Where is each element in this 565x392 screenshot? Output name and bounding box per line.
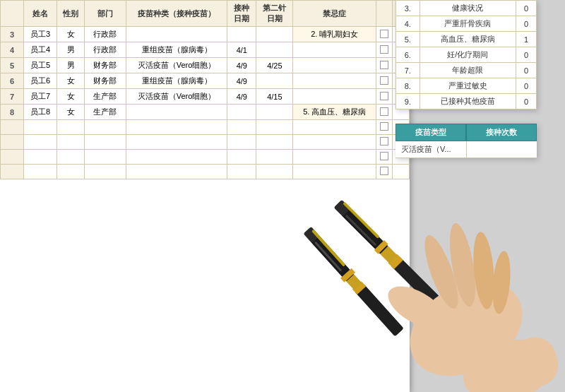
checkbox-icon[interactable]	[380, 152, 388, 160]
conditions-panel: 3. 健康状况 0 4. 严重肝骨疾病 0 5. 高血压、糖尿病 1 6. 妊/…	[396, 0, 537, 109]
cell-empty	[126, 120, 227, 135]
cell-contra	[293, 73, 376, 89]
condition-row: 6. 妊/化疗期间 0	[396, 47, 537, 63]
table-row: 6 员工6 女 财务部 重组疫苗（腺病毒） 4/9	[1, 73, 410, 89]
table-row-empty	[1, 165, 410, 179]
checkbox-icon[interactable]	[380, 122, 388, 131]
row-num-8: 8	[1, 105, 24, 120]
condition-num: 4.	[396, 16, 420, 32]
col-header-gender: 性别	[57, 1, 85, 27]
svg-rect-16	[468, 333, 563, 392]
vaccine-type-header: 疫苗类型	[396, 124, 466, 141]
cell-name: 员工3	[23, 27, 56, 42]
cell-empty	[23, 135, 56, 150]
cell-empty	[57, 135, 85, 150]
condition-name: 高血压、糖尿病	[420, 32, 516, 47]
cell-contra	[293, 89, 376, 105]
spreadsheet-container: 姓名 性别 部门 疫苗种类（接种疫苗） 接种日期 第二针日期 禁忌症 3 员工3…	[0, 0, 410, 392]
cell-date2	[256, 42, 293, 58]
condition-row: 4. 严重肝骨疾病 0	[396, 16, 537, 32]
cell-empty	[227, 120, 256, 135]
row-num-empty	[1, 135, 24, 150]
checkbox-icon[interactable]	[380, 137, 388, 145]
condition-row: 9. 已接种其他疫苗 0	[396, 94, 537, 109]
cell-check[interactable]	[376, 105, 393, 120]
cell-date2: 4/15	[256, 89, 293, 105]
cell-date2	[256, 105, 293, 120]
cell-empty	[23, 120, 56, 135]
cell-check[interactable]	[376, 58, 393, 73]
cell-name: 员工4	[23, 42, 56, 58]
row-num-3: 3	[1, 27, 24, 42]
vaccination-count-header: 接种次数	[466, 124, 537, 141]
cell-empty	[23, 165, 56, 179]
condition-count: 0	[516, 63, 537, 78]
vaccine-summary-header: 疫苗类型 接种次数	[396, 124, 537, 141]
conditions-table: 3. 健康状况 0 4. 严重肝骨疾病 0 5. 高血压、糖尿病 1 6. 妊/…	[396, 0, 537, 109]
checkbox-icon[interactable]	[380, 76, 388, 85]
condition-row: 8. 严重过敏史 0	[396, 78, 537, 94]
condition-name: 严重肝骨疾病	[420, 16, 516, 32]
cell-name: 员工7	[23, 89, 56, 105]
cell-empty	[293, 165, 376, 179]
checkbox-icon[interactable]	[380, 107, 388, 116]
row-num-6: 6	[1, 73, 24, 89]
condition-count: 0	[516, 1, 537, 16]
condition-count: 1	[516, 32, 537, 47]
cell-empty	[256, 135, 293, 150]
cell-contra: 2. 哺乳期妇女	[293, 27, 376, 42]
cell-dept: 行政部	[84, 42, 126, 58]
cell-empty	[84, 135, 126, 150]
cell-vaccine: 重组疫苗（腺病毒）	[126, 73, 227, 89]
cell-date1: 4/9	[227, 89, 256, 105]
cell-date1: 4/9	[227, 73, 256, 89]
cell-check-empty[interactable]	[376, 165, 393, 179]
cell-contra	[293, 42, 376, 58]
cell-check[interactable]	[376, 89, 393, 105]
cell-empty	[227, 150, 256, 165]
row-num-5: 5	[1, 58, 24, 73]
col-header-dept: 部门	[84, 1, 126, 27]
cell-check[interactable]	[376, 73, 393, 89]
table-row-empty	[1, 135, 410, 150]
cell-contra: 5. 高血压、糖尿病	[293, 105, 376, 120]
cell-empty	[84, 120, 126, 135]
cell-vaccine: 灭活疫苗（Vero细胞）	[126, 58, 227, 73]
condition-count: 0	[516, 78, 537, 94]
svg-point-14	[490, 250, 513, 315]
svg-point-12	[445, 221, 480, 308]
checkbox-icon[interactable]	[380, 61, 388, 69]
condition-num: 3.	[396, 1, 420, 16]
checkbox-icon[interactable]	[380, 30, 388, 38]
row-num-empty	[1, 150, 24, 165]
checkbox-icon[interactable]	[380, 167, 388, 175]
condition-num: 9.	[396, 94, 420, 109]
cell-empty	[57, 150, 85, 165]
condition-name: 年龄超限	[420, 63, 516, 78]
col-header-date1: 接种日期	[227, 1, 256, 27]
condition-num: 6.	[396, 47, 420, 63]
cell-date1	[227, 27, 256, 42]
table-header-row: 姓名 性别 部门 疫苗种类（接种疫苗） 接种日期 第二针日期 禁忌症	[1, 1, 410, 27]
cell-name: 员工8	[23, 105, 56, 120]
cell-date1	[227, 105, 256, 120]
condition-count: 0	[516, 16, 537, 32]
cell-check-empty[interactable]	[376, 120, 393, 135]
cell-empty	[293, 150, 376, 165]
condition-num: 7.	[396, 63, 420, 78]
table-row: 5 员工5 男 财务部 灭活疫苗（Vero细胞） 4/9 4/25	[1, 58, 410, 73]
cell-check-empty[interactable]	[376, 135, 393, 150]
checkbox-icon[interactable]	[380, 92, 388, 100]
condition-row: 7. 年龄超限 0	[396, 63, 537, 78]
cell-dept: 财务部	[84, 58, 126, 73]
cell-empty	[227, 165, 256, 179]
condition-row: 3. 健康状况 0	[396, 1, 537, 16]
checkbox-icon[interactable]	[380, 45, 388, 54]
cell-gender: 男	[57, 42, 85, 58]
condition-name: 严重过敏史	[420, 78, 516, 94]
col-header-vaccine: 疫苗种类（接种疫苗）	[126, 1, 227, 27]
cell-check-empty[interactable]	[376, 150, 393, 165]
cell-check[interactable]	[376, 42, 393, 58]
cell-check[interactable]	[376, 27, 393, 42]
cell-gender: 男	[57, 58, 85, 73]
